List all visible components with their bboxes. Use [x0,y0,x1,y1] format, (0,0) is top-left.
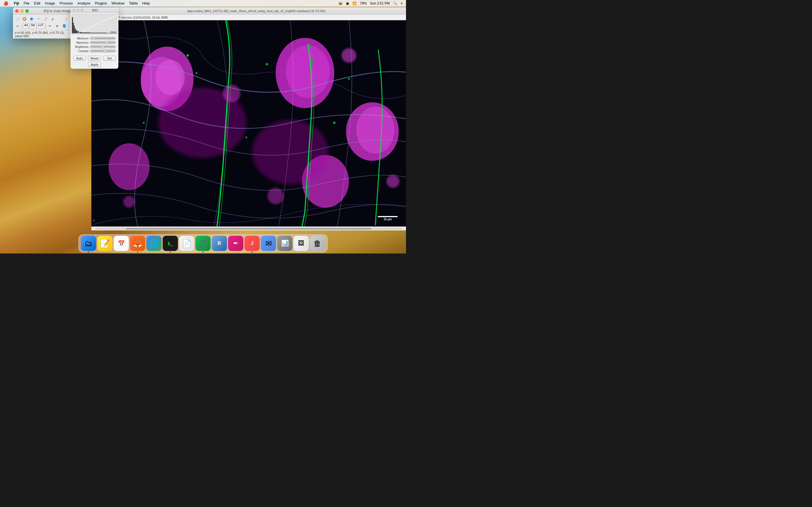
battery-percent: 79% [360,1,367,5]
dock-item-preview[interactable]: 🖼 [294,236,309,251]
svg-point-32 [333,122,335,124]
svg-point-27 [266,63,268,65]
bc-title: B&C [92,8,99,12]
svg-point-26 [196,72,197,74]
hist-min-value: 78 [73,31,76,34]
menubar-plugins[interactable]: Plugins [95,1,107,5]
rect2-tool[interactable]: ▭ [14,22,21,29]
dock-item-rstudio[interactable]: R [212,236,227,251]
dock-item-notes[interactable]: 📝 [97,236,112,251]
dock-item-intellij[interactable]: J [245,236,260,251]
menubar-edit[interactable]: Edit [34,1,40,5]
minimum-slider[interactable] [90,37,116,40]
eraser-tool[interactable]: ⊘ [54,22,61,29]
lut-tool-btn[interactable]: LUT [37,23,45,29]
dock-item-mail[interactable]: ✉ [261,236,276,251]
datetime: Sun 2:51 PM [370,1,390,5]
menubar-app-name[interactable]: Fiji [14,1,19,5]
svg-point-24 [252,120,328,184]
line-tool[interactable]: ╱ [42,15,49,22]
dock-item-chrome[interactable]: 🌐 [146,236,161,251]
stk-tool-btn[interactable]: Stk [29,23,36,29]
minimum-thumb[interactable] [92,37,95,40]
svg-point-16 [155,60,185,95]
menubar-left: 🍎 Fiji File Edit Image Process Analyze P… [3,1,150,6]
brightness-row: Brightness [73,45,116,48]
svg-point-28 [348,78,350,80]
minimize-button[interactable] [20,9,24,13]
wand-tool[interactable]: 🪄 [63,15,70,22]
menubar-image[interactable]: Image [45,1,55,5]
toolbar-sep-3 [68,23,69,29]
dock-item-spotify[interactable]: 🎵 [195,236,211,251]
svg-point-36 [267,188,284,204]
histogram-area: 78 2943 [71,14,117,34]
svg-point-31 [246,136,247,138]
contrast-slider[interactable] [90,49,116,53]
control-center-icon[interactable]: ≡ [401,1,403,5]
dock-item-firefox[interactable]: 🦊 [130,236,145,251]
apple-menu[interactable]: 🍎 [3,1,8,6]
dock-item-terminal[interactable]: $_ [163,236,178,251]
bc-max[interactable] [81,9,84,11]
reset-button[interactable]: Reset [88,56,101,61]
dock-item-vector[interactable]: ✒ [228,236,243,251]
svg-point-37 [387,175,400,188]
micro-image-area [91,20,406,226]
menubar-process[interactable]: Process [59,1,73,5]
maximum-thumb[interactable] [105,41,108,44]
minimum-label: Minimum [73,37,89,40]
close-button[interactable] [15,9,18,13]
auto-button[interactable]: Auto [73,56,86,61]
bucket-tool[interactable]: 🪣 [61,22,68,29]
micro-horizontal-scrollbar[interactable] [91,226,406,230]
dock-item-mlpaper[interactable]: 📊 [277,236,292,251]
freehand-tool[interactable]: 〰 [35,15,42,22]
bc-sliders: Minimum Maximum Brightness Contrast [70,36,118,55]
dock-item-finder[interactable]: 🗂 [81,236,96,251]
contrast-track [91,51,115,52]
pencil-tool[interactable]: ✏ [47,22,54,29]
bc-buttons: Auto Reset Set Apply [70,55,118,69]
maximum-slider[interactable] [90,41,116,44]
toolbar-sep-2 [46,23,46,29]
polygon-tool[interactable]: 🔷 [28,15,35,22]
svg-point-25 [187,54,189,57]
bc-window-buttons [73,9,84,11]
menubar-file[interactable]: File [24,1,30,5]
apply-button[interactable]: Apply [88,62,101,67]
search-icon[interactable]: 🔍 [393,1,397,5]
contrast-row: Contrast [73,49,116,53]
dropbox-icon: 📦 [338,1,343,5]
bc-close[interactable] [73,9,75,11]
maximize-button[interactable] [26,9,29,13]
menubar-table[interactable]: Table [129,1,138,5]
micro-window-title: dapi-muted_MAX_142711-M2_male_35um_ctrl-… [109,9,404,13]
ad-tool-btn[interactable]: Ad [23,23,29,29]
rectangle-tool[interactable]: ⬜ [14,15,21,22]
bc-min[interactable] [77,9,80,11]
menubar-help[interactable]: Help [142,1,150,5]
micro-image-container[interactable]: 15 μm c [91,20,406,226]
channel-label: c [93,219,95,222]
contrast-thumb[interactable] [104,50,107,52]
point-tool[interactable]: · [56,15,63,22]
angle-tool[interactable]: ∠ [49,15,56,22]
svg-point-34 [342,48,356,63]
scale-bar-line [378,216,398,217]
scrollbar-thumb[interactable] [126,228,371,230]
brightness-thumb[interactable] [101,45,104,48]
brightness-label: Brightness [73,45,89,48]
scale-bar-text: 15 μm [384,218,392,221]
dock-item-trash[interactable]: 🗑 [310,236,325,251]
menubar-window[interactable]: Window [111,1,124,5]
brightness-slider[interactable] [90,45,116,48]
dock-item-calendar[interactable]: 📅 [114,236,129,251]
maximum-row: Maximum [73,41,116,44]
scrollbar-track[interactable] [95,228,402,230]
set-button[interactable]: Set [103,56,116,61]
ellipse-tool[interactable]: ⭕ [21,15,28,22]
dock-item-files[interactable]: 📄 [179,236,194,251]
micro-titlebar: dapi-muted_MAX_142711-M2_male_35um_ctrl-… [91,7,406,15]
menubar-analyze[interactable]: Analyze [77,1,90,5]
